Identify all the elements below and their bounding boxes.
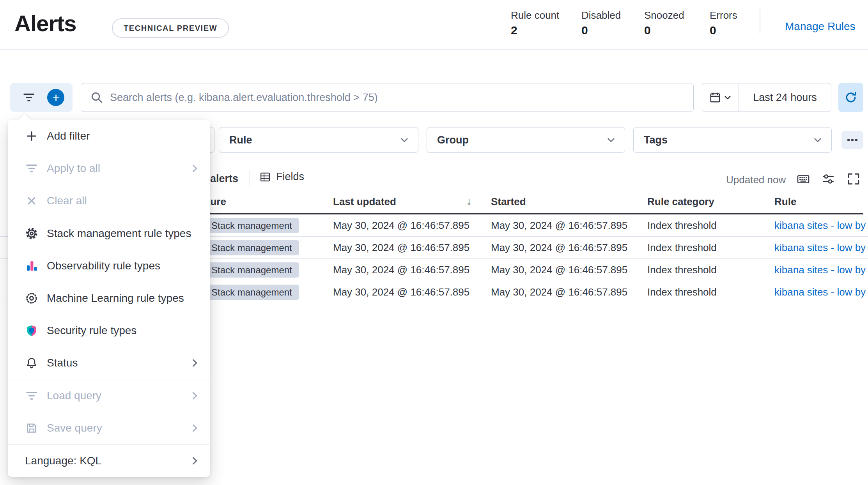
menu-item-label: Save query (47, 422, 102, 434)
stat-label: Rule count (511, 9, 559, 21)
rule-link[interactable]: kibana sites - low by (774, 237, 868, 259)
chevron-down-icon (723, 93, 732, 102)
menu-section-filters: Add filter Apply to all Clear all (8, 120, 210, 217)
menu-item-security-rule-types[interactable]: Security rule types (8, 314, 210, 347)
tags-filter-label: Tags (644, 134, 668, 146)
stat-value: 0 (710, 24, 737, 37)
add-filter-plus-button[interactable]: + (47, 89, 64, 106)
menu-item-label: Load query (47, 389, 101, 402)
menu-item-apply-to-all[interactable]: Apply to all (8, 152, 210, 184)
menu-item-save-query[interactable]: Save query (8, 412, 210, 444)
menu-item-clear-all[interactable]: Clear all (8, 184, 210, 217)
feature-badge: Stack management (204, 240, 299, 255)
stat-errors: Errors 0 (710, 9, 737, 37)
chevron-down-icon (399, 135, 409, 145)
last-updated-cell: May 30, 2024 @ 16:46:57.895 (333, 281, 469, 303)
boxes-horizontal-icon (847, 134, 858, 146)
feature-cell: Stack management (204, 281, 299, 303)
rule-filter-select[interactable]: Rule (219, 127, 418, 153)
started-cell: May 30, 2024 @ 16:46:57.895 (491, 237, 627, 259)
rule-category-cell: Index threshold (647, 281, 717, 303)
last-updated-cell: May 30, 2024 @ 16:46:57.895 (333, 259, 469, 281)
started-cell: May 30, 2024 @ 16:46:57.895 (491, 259, 627, 281)
menu-item-label: Security rule types (47, 324, 136, 337)
rule-filter-label: Rule (229, 134, 252, 146)
menu-item-label: Observability rule types (47, 260, 160, 272)
column-header-rule[interactable]: Rule (774, 196, 796, 208)
last-updated-cell: May 30, 2024 @ 16:46:57.895 (333, 214, 469, 237)
group-filter-label: Group (437, 134, 469, 146)
alerts-page: Alerts TECHNICAL PREVIEW Rule count 2 Di… (0, 0, 868, 485)
menu-item-machine-learning-rule-types[interactable]: Machine Learning rule types (8, 282, 210, 314)
search-input[interactable] (110, 92, 684, 104)
rule-link[interactable]: kibana sites - low by (774, 259, 868, 281)
stat-snoozed: Snoozed 0 (644, 9, 684, 37)
chevron-right-icon (189, 163, 200, 174)
started-cell: May 30, 2024 @ 16:46:57.895 (491, 214, 627, 237)
stat-label: Errors (710, 9, 737, 21)
filter-button-group: + (10, 83, 73, 112)
filter-icon (25, 162, 38, 175)
chevron-right-icon (189, 423, 200, 434)
column-header-last-updated[interactable]: Last updated (333, 196, 396, 208)
menu-item-language-kql[interactable]: Language: KQL (8, 444, 210, 477)
filter-icon (23, 92, 35, 103)
feature-badge: Stack management (204, 218, 299, 233)
rule-category-cell: Index threshold (647, 237, 717, 259)
chevron-right-icon (189, 455, 200, 466)
save-icon (25, 421, 38, 435)
keyboard-shortcuts-icon[interactable] (797, 172, 810, 186)
fields-button[interactable]: Fields (260, 171, 304, 183)
technical-preview-badge: TECHNICAL PREVIEW (112, 18, 229, 38)
feature-cell: Stack management (204, 214, 299, 237)
cross-icon (25, 194, 38, 207)
chevron-right-icon (189, 358, 200, 368)
rule-category-cell: Index threshold (647, 214, 717, 237)
filter-menu-button[interactable] (18, 86, 39, 109)
menu-item-add-filter[interactable]: Add filter (8, 120, 210, 152)
menu-item-label: Machine Learning rule types (47, 292, 184, 304)
stat-label: Disabled (581, 9, 621, 21)
stat-value: 0 (581, 24, 621, 37)
menu-item-stack-management-rule-types[interactable]: Stack management rule types (8, 217, 210, 250)
rule-link[interactable]: kibana sites - low by (774, 214, 868, 237)
menu-item-load-query[interactable]: Load query (8, 379, 210, 412)
stat-disabled: Disabled 0 (581, 9, 621, 37)
fields-grid-icon (260, 172, 271, 182)
gear-icon (25, 227, 38, 240)
display-options-icon[interactable] (822, 172, 835, 186)
menu-item-label: Stack management rule types (47, 227, 191, 240)
sort-descending-icon[interactable]: ↓ (466, 195, 472, 207)
group-filter-select[interactable]: Group (427, 127, 625, 153)
rule-category-cell: Index threshold (647, 259, 717, 281)
menu-section-queries: Load query Save query (8, 379, 210, 444)
menu-item-observability-rule-types[interactable]: Observability rule types (8, 250, 210, 282)
date-picker: Last 24 hours (702, 83, 831, 112)
chevron-right-icon (189, 390, 200, 401)
chevron-down-icon (606, 135, 616, 145)
plus-icon (25, 129, 38, 143)
fullscreen-icon[interactable] (847, 172, 860, 186)
feature-badge: Stack management (204, 262, 299, 278)
manage-rules-link[interactable]: Manage Rules (785, 20, 856, 33)
menu-section-language: Language: KQL (8, 444, 210, 477)
menu-item-status[interactable]: Status (8, 347, 210, 379)
rule-link[interactable]: kibana sites - low by (774, 281, 868, 303)
header-rule (0, 49, 868, 50)
menu-item-label: Language: KQL (25, 455, 101, 467)
feature-badge: Stack management (204, 285, 299, 300)
stat-value: 0 (644, 24, 684, 37)
date-quick-select-button[interactable] (702, 83, 739, 112)
time-range-label[interactable]: Last 24 hours (739, 83, 831, 112)
stat-label: Snoozed (644, 9, 684, 21)
column-header-rule-category[interactable]: Rule category (647, 196, 714, 208)
more-filters-button[interactable] (841, 131, 863, 149)
refresh-button[interactable] (838, 83, 863, 112)
updated-status: Updated now (726, 174, 786, 186)
page-title: Alerts (14, 10, 76, 36)
tags-filter-select[interactable]: Tags (633, 127, 832, 153)
feature-cell: Stack management (204, 259, 299, 281)
refresh-icon (845, 91, 857, 104)
column-header-started[interactable]: Started (491, 196, 526, 208)
toolbar-divider (250, 170, 250, 186)
